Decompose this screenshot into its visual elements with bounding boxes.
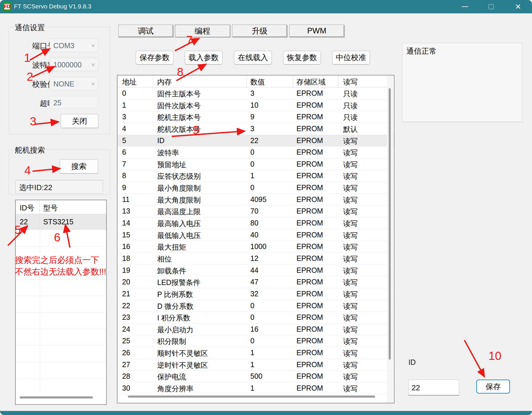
cell-area: EPROM [293, 300, 339, 312]
servo-list-header-model: 型号 [40, 200, 106, 214]
cell-area: EPROM [293, 123, 339, 135]
tab-programming[interactable]: 编程 [175, 25, 230, 37]
save-params-button[interactable]: 保存参数 [136, 51, 173, 64]
selected-id-label: 选中ID:22 [19, 183, 52, 193]
cell-memory: 固件主版本号 [153, 88, 247, 99]
cell-area: EPROM [293, 158, 339, 170]
cell-value: 44 [247, 265, 293, 276]
memory-row-11[interactable]: 11最大角度限制4095EPROM读写 [117, 194, 394, 206]
cell-value: 80 [247, 217, 293, 229]
cell-area: EPROM [293, 265, 339, 276]
app-window: FD FT SCServo Debug V1.9.8.3 ✕ 通信设置 端口号 … [0, 0, 532, 415]
memory-row-3[interactable]: 3舵机主版本号9EPROM只读 [117, 111, 394, 123]
cell-area: EPROM [293, 347, 339, 359]
cell-memory: 最大角度限制 [153, 194, 247, 205]
cell-address: 3 [117, 111, 153, 123]
search-button[interactable]: 搜索 [60, 159, 98, 174]
cell-access: 读写 [339, 217, 387, 229]
cell-access: 读写 [339, 371, 387, 382]
tab-upgrade[interactable]: 升级 [232, 25, 287, 37]
center-calib-button[interactable]: 中位校准 [332, 51, 370, 64]
cell-access: 读写 [339, 241, 387, 252]
cell-value: 1 [247, 347, 293, 359]
memory-row-7[interactable]: 7预留地址0EPROM读写 [117, 158, 394, 170]
memory-row-27[interactable]: 27逆时针不灵敏区1EPROM读写 [117, 359, 394, 371]
header-area: 存储区域 [293, 75, 339, 88]
servo-search-title: 舵机搜索 [13, 145, 47, 155]
memory-row-24[interactable]: 24最小启动力16EPROM读写 [117, 324, 394, 335]
cell-access: 读写 [339, 276, 387, 288]
memory-row-26[interactable]: 26顺时针不灵敏区1EPROM读写 [117, 347, 394, 359]
memory-row-13[interactable]: 13最高温度上限70EPROM读写 [117, 205, 394, 217]
id-input[interactable]: 22 [408, 380, 459, 396]
memory-row-28[interactable]: 28保护电流500EPROM读写 [117, 371, 394, 382]
cell-access: 读写 [339, 288, 387, 300]
cell-access: 读写 [339, 229, 387, 241]
cell-value: 1 [247, 170, 293, 182]
cell-access: 读写 [339, 382, 387, 394]
memory-row-4[interactable]: 4舵机次版本号3EPROM默认 [117, 123, 394, 135]
tab-pwm[interactable]: PWM [289, 25, 344, 37]
memory-row-15[interactable]: 15最低输入电压40EPROM读写 [117, 229, 394, 241]
memory-table-vscroll-track[interactable] [387, 75, 393, 403]
servo-row-22[interactable]: 22STS3215 [16, 214, 106, 230]
load-params-button[interactable]: 载入参数 [185, 51, 222, 64]
close-button[interactable]: ✕ [509, 0, 527, 13]
baud-select[interactable]: 1000000 ˅ [50, 58, 98, 71]
warning-line-2: 不然右边无法载入参数!!! [15, 266, 106, 277]
memory-row-0[interactable]: 0固件主版本号3EPROM只读 [117, 88, 394, 100]
cell-address: 19 [117, 265, 153, 276]
memory-row-23[interactable]: 23I 积分系数0EPROM读写 [117, 312, 394, 324]
memory-row-20[interactable]: 20LED报警条件47EPROM读写 [117, 276, 394, 288]
memory-row-30[interactable]: 30角度分辨率1EPROM读写 [117, 382, 394, 394]
status-text: 通信正常 [406, 46, 437, 56]
cell-memory: 最大扭矩 [153, 241, 247, 252]
cell-area: EPROM [293, 147, 339, 158]
memory-row-6[interactable]: 6波特率0EPROM读写 [117, 147, 394, 158]
cell-value: 16 [247, 324, 293, 335]
memory-row-21[interactable]: 21P 比例系数32EPROM读写 [117, 288, 394, 300]
memory-row-14[interactable]: 14最高输入电压80EPROM读写 [117, 217, 394, 229]
parity-select[interactable]: NONE ˅ [50, 77, 98, 90]
memory-row-22[interactable]: 22D 微分系数0EPROM读写 [117, 300, 394, 312]
memory-row-8[interactable]: 8应答状态级别1EPROM读写 [117, 170, 394, 182]
online-load-button[interactable]: 在线载入 [234, 51, 272, 64]
memory-row-1[interactable]: 1固件次版本号10EPROM只读 [117, 100, 394, 111]
memory-row-18[interactable]: 18相位12EPROM读写 [117, 253, 394, 265]
cell-value: 0 [247, 300, 293, 312]
servo-list-hscrollbar[interactable] [20, 396, 93, 398]
memory-row-5[interactable]: 5ID22EPROM读写 [117, 135, 394, 147]
cell-area: EPROM [293, 335, 339, 347]
cell-area: EPROM [293, 382, 339, 394]
cell-memory: LED报警条件 [153, 276, 247, 288]
close-port-button[interactable]: 关闭 [61, 114, 98, 128]
tab-debug[interactable]: 调试 [118, 25, 173, 37]
memory-row-9[interactable]: 9最小角度限制0EPROM读写 [117, 182, 394, 194]
maximize-button[interactable] [482, 0, 500, 13]
port-select[interactable]: COM3 ˅ [50, 39, 98, 52]
id-input-value: 22 [412, 383, 420, 392]
memory-table-vscrollbar[interactable] [389, 88, 391, 360]
comm-settings-title: 通信设置 [13, 23, 47, 33]
memory-row-16[interactable]: 16最大扭矩1000EPROM读写 [117, 241, 394, 253]
memory-row-25[interactable]: 25积分限制0EPROM读写 [117, 335, 394, 347]
cell-address: 18 [117, 253, 153, 264]
title-bar: FD FT SCServo Debug V1.9.8.3 ✕ [0, 0, 532, 13]
restore-params-button[interactable]: 恢复参数 [283, 51, 321, 64]
cell-value: 22 [247, 135, 293, 147]
cell-value: 1000 [247, 241, 293, 252]
servo-id: 22 [16, 214, 40, 230]
memory-row-19[interactable]: 19卸载条件44EPROM读写 [117, 265, 394, 277]
cell-access: 读写 [339, 300, 387, 312]
cell-memory: 逆时针不灵敏区 [153, 359, 247, 371]
memory-table-hscrollbar[interactable] [128, 396, 375, 398]
cell-address: 4 [117, 123, 153, 135]
cell-area: EPROM [293, 253, 339, 264]
save-button[interactable]: 保存 [476, 380, 510, 394]
timeout-input[interactable]: 25 [50, 96, 98, 109]
minimize-button[interactable] [456, 0, 474, 13]
cell-value: 3 [247, 88, 293, 99]
cell-value: 0 [247, 182, 293, 194]
cell-access: 读写 [339, 194, 387, 205]
cell-value: 0 [247, 335, 293, 347]
